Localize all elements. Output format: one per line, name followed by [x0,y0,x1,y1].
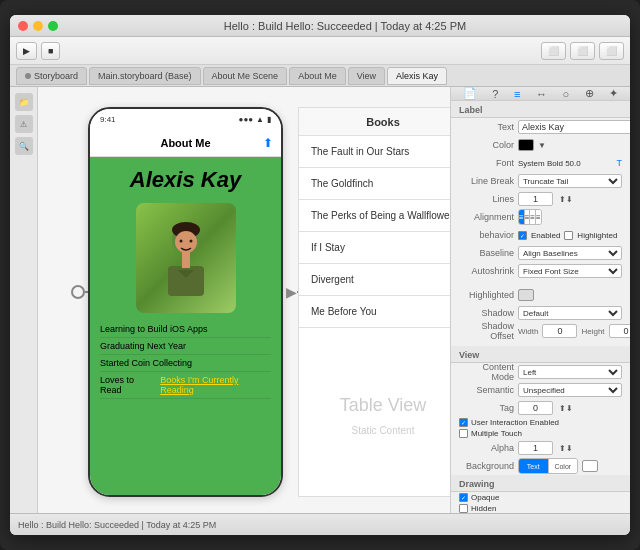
inspector-color-value: ▼ [538,141,546,150]
svg-point-5 [179,240,182,243]
iphone-status-bar: 9:41 ●●● ▲ ▮ [90,109,281,129]
inspector-content-mode-label: Content Mode [459,362,514,382]
iphone-nav-title: About Me [160,137,210,149]
inspector-opaque-checkbox[interactable]: ✓ [459,493,468,502]
inspector-file-icon[interactable]: 📄 [463,87,477,100]
maximize-button[interactable] [48,21,58,31]
inspector-toggle[interactable]: ⬜ [599,42,624,60]
fact-item-1: Graduating Next Year [100,338,271,355]
inspector-highlighted-checkbox[interactable] [564,231,573,240]
book-item-1[interactable]: The Goldfinch [299,168,450,200]
close-button[interactable] [18,21,28,31]
inspector-alignment-segment: ≡ ≡ ≡ ≡ [518,209,542,225]
inspector-background-label: Background [459,461,514,471]
inspector-line-break-select[interactable]: Truncate Tail [518,174,622,188]
inspector-bg-segment: Text Color [518,458,578,474]
inspector-bindings-icon[interactable]: ⊕ [585,87,594,100]
inspector-shadow-select[interactable]: Default [518,306,622,320]
book-item-3[interactable]: If I Stay [299,232,450,264]
books-link[interactable]: Books I'm Currently Reading [160,375,271,395]
inspector-opaque-row: ✓ Opaque [451,492,630,503]
inspector-lines-stepper[interactable]: ⬆⬇ [559,195,573,204]
wifi-icon: ▲ [256,115,264,124]
inspector-size-icon[interactable]: ↔ [536,88,547,100]
arrow-head-right: ▶ [286,284,297,300]
tab-about-me-scene[interactable]: About Me Scene [203,67,288,85]
inspector-color-swatch[interactable] [518,139,534,151]
inspector-enabled-checkbox[interactable]: ✓ [518,231,527,240]
inspector-quick-help-icon[interactable]: ? [492,88,498,100]
inspector-effects-icon[interactable]: ✦ [609,87,618,100]
inspector-highlighted-swatch[interactable] [518,289,534,301]
inspector-attributes-icon[interactable]: ≡ [514,88,520,100]
inspector-hidden-checkbox[interactable] [459,504,468,513]
inspector-font-edit[interactable]: T [617,158,623,168]
iphone-nav-bar: About Me ⬆ [90,129,281,157]
books-panel: Books The Fault in Our Stars The Goldfin… [298,107,450,497]
align-justify-btn[interactable]: ≡ [536,210,541,224]
tab-bar: Storyboard Main.storyboard (Base) About … [10,65,630,87]
inspector-shadow-width-label: Width [518,327,538,336]
nav-icon-warning[interactable]: ⚠ [15,115,33,133]
inspector-semantic-label: Semantic [459,385,514,395]
inspector-enabled-label: Enabled [531,231,560,240]
nav-icon-search[interactable]: 🔍 [15,137,33,155]
inspector-shadow-label: Shadow [459,308,514,318]
book-item-4[interactable]: Divergent [299,264,450,296]
bg-color-btn[interactable]: Color [549,459,578,473]
stop-button[interactable]: ■ [41,42,60,60]
inspector-autoshrink-select[interactable]: Fixed Font Size [518,264,622,278]
inspector-text-row: Text [451,118,630,136]
run-button[interactable]: ▶ [16,42,37,60]
inspector-multiple-touch-checkbox[interactable] [459,429,468,438]
inspector-tag-input[interactable] [518,401,553,415]
inspector-alpha-input[interactable] [518,441,553,455]
tab-view[interactable]: View [348,67,385,85]
toolbar: ▶ ■ ⬜ ⬜ ⬜ [10,37,630,65]
tab-about-me[interactable]: About Me [289,67,346,85]
svg-point-6 [189,240,192,243]
book-item-5[interactable]: Me Before You [299,296,450,328]
inspector-section-label: Label [451,101,630,118]
inspector-tag-stepper[interactable]: ⬆⬇ [559,404,573,413]
book-item-2[interactable]: The Perks of Being a Wallflower [299,200,450,232]
inspector-content-mode-select[interactable]: Left [518,365,622,379]
tab-main-storyboard[interactable]: Main.storyboard (Base) [89,67,201,85]
book-item-0[interactable]: The Fault in Our Stars [299,136,450,168]
inspector-panel: 📄 ? ≡ ↔ ○ ⊕ ✦ Label Text Color [450,87,630,513]
inspector-baseline-label: Baseline [459,248,514,258]
books-static-label: Static Content [299,425,450,436]
inspector-drawing-section: Drawing [451,475,630,492]
inspector-shadow-height[interactable] [609,324,630,338]
inspector-text-input[interactable] [518,120,630,134]
tab-alexis-kay[interactable]: Alexis Kay [387,67,447,85]
inspector-connections-icon[interactable]: ○ [562,88,569,100]
debug-toggle[interactable]: ⬜ [570,42,595,60]
nav-icon-folder[interactable]: 📁 [15,93,33,111]
inspector-shadow-row: Shadow Default [451,304,630,322]
inspector-semantic-select[interactable]: Unspecified [518,383,622,397]
minimize-button[interactable] [33,21,43,31]
share-icon[interactable]: ⬆ [263,136,273,150]
battery-icon: ▮ [267,115,271,124]
status-bar: Hello : Build Hello: Succeeded | Today a… [10,513,630,535]
laptop-frame: Hello : Build Hello: Succeeded | Today a… [0,0,640,550]
books-header: Books [299,108,450,136]
inspector-lines-row: Lines ⬆⬇ [451,190,630,208]
navigator-toggle[interactable]: ⬜ [541,42,566,60]
inspector-interaction-checkbox[interactable]: ✓ [459,418,468,427]
inspector-lines-input[interactable] [518,192,553,206]
tab-storyboard[interactable]: Storyboard [16,67,87,85]
inspector-shadow-width[interactable] [542,324,577,338]
inspector-tag-label: Tag [459,403,514,413]
inspector-alpha-stepper[interactable]: ⬆⬇ [559,444,573,453]
inspector-baseline-select[interactable]: Align Baselines [518,246,622,260]
fact-item-2: Started Coin Collecting [100,355,271,372]
status-text: Hello : Build Hello: Succeeded | Today a… [18,520,216,530]
inspector-multiple-touch-row: Multiple Touch [451,428,630,439]
inspector-bg-swatch[interactable] [582,460,598,472]
inspector-highlighted-color-label: Highlighted [459,290,514,300]
inspector-font-label: Font [459,158,514,168]
bg-text-btn[interactable]: Text [519,459,549,473]
canvas-area[interactable]: ▶ 9:41 ●●● ▲ ▮ About Me [38,87,450,513]
